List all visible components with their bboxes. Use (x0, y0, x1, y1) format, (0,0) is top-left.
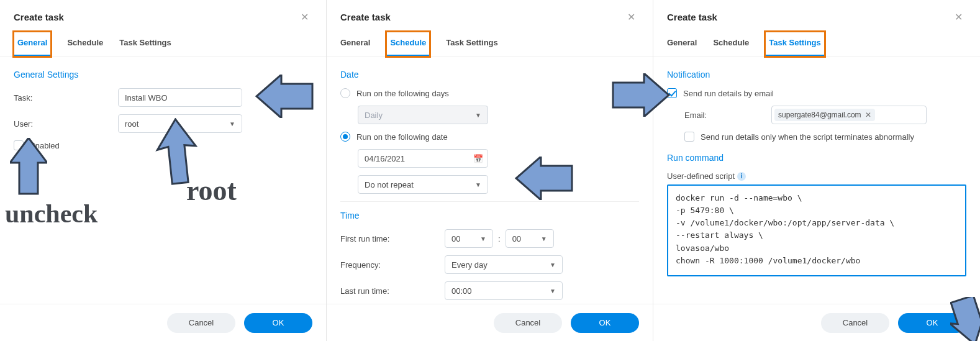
close-icon[interactable]: ✕ (297, 9, 312, 25)
dialog-task-settings: Create task ✕ General Schedule Task Sett… (653, 0, 980, 341)
task-label: Task: (14, 93, 118, 102)
ok-button[interactable]: OK (244, 313, 312, 333)
first-run-hour-select[interactable]: 00▼ (445, 229, 493, 248)
user-label: User: (14, 119, 118, 129)
first-run-label: First run time: (340, 234, 445, 243)
section-run-command: Run command (667, 153, 966, 163)
close-icon[interactable]: ✕ (624, 9, 639, 25)
tab-settings[interactable]: Task Settings (446, 32, 498, 57)
last-run-select[interactable]: 00:00 ▼ (445, 281, 563, 300)
user-select[interactable]: root ▼ (118, 114, 242, 133)
days-select: Daily ▼ (358, 106, 488, 124)
ok-button[interactable]: OK (571, 313, 639, 333)
first-run-min-select[interactable]: 00▼ (506, 229, 554, 248)
last-run-label: Last run time: (340, 286, 445, 296)
frequency-select[interactable]: Every day ▼ (445, 255, 563, 274)
tab-schedule[interactable]: Schedule (713, 32, 749, 57)
cancel-button[interactable]: Cancel (167, 313, 235, 333)
script-textarea[interactable]: docker run -d --name=wbo \ -p 5479:80 \ … (667, 184, 966, 276)
abnormal-only-checkbox[interactable] (684, 132, 694, 142)
close-icon[interactable]: ✕ (951, 9, 966, 25)
run-days-radio[interactable] (340, 88, 350, 98)
chevron-down-icon: ▼ (541, 235, 547, 242)
chevron-down-icon: ▼ (550, 288, 556, 294)
script-label: User-defined script (667, 171, 735, 181)
ok-button[interactable]: OK (898, 313, 966, 333)
email-input[interactable]: supergate84@gmail.com ✕ (771, 106, 927, 124)
enabled-label: Enabled (30, 141, 60, 150)
cancel-button[interactable]: Cancel (494, 313, 562, 333)
send-email-checkbox[interactable] (667, 88, 677, 98)
dialog-title: Create task (340, 12, 391, 22)
email-chip: supergate84@gmail.com ✕ (774, 109, 875, 121)
dialog-title: Create task (14, 12, 64, 22)
tab-general[interactable]: General (667, 32, 697, 57)
enabled-checkbox[interactable] (14, 140, 24, 150)
run-date-radio[interactable] (340, 132, 350, 142)
section-notification: Notification (667, 70, 966, 80)
section-time: Time (340, 211, 639, 221)
email-label: Email: (684, 111, 771, 120)
dialog-general: Create task ✕ General Schedule Task Sett… (0, 0, 327, 341)
section-date: Date (340, 70, 639, 80)
cancel-button[interactable]: Cancel (821, 313, 889, 333)
abnormal-only-label: Send run details only when the script te… (701, 132, 914, 142)
task-input[interactable]: Install WBO (118, 88, 242, 107)
run-days-label: Run on the following days (356, 89, 449, 98)
section-general-settings: General Settings (14, 70, 312, 80)
chevron-down-icon: ▼ (475, 181, 481, 188)
info-icon[interactable]: i (737, 172, 746, 181)
tab-settings[interactable]: Task Settings (765, 32, 825, 57)
chevron-down-icon: ▼ (229, 120, 235, 127)
tab-schedule[interactable]: Schedule (386, 32, 430, 57)
date-input[interactable]: 04/16/2021 📅 (358, 149, 488, 168)
tab-schedule[interactable]: Schedule (67, 32, 103, 57)
chevron-down-icon: ▼ (550, 261, 556, 268)
run-date-label: Run on the following date (356, 132, 448, 142)
calendar-icon[interactable]: 📅 (473, 154, 483, 163)
tab-general[interactable]: General (340, 32, 370, 57)
repeat-select[interactable]: Do not repeat ▼ (358, 175, 488, 194)
tab-general[interactable]: General (14, 32, 51, 57)
tab-settings[interactable]: Task Settings (119, 32, 171, 57)
remove-chip-icon[interactable]: ✕ (865, 111, 871, 119)
chevron-down-icon: ▼ (475, 112, 481, 119)
frequency-label: Frequency: (340, 260, 445, 270)
send-email-label: Send run details by email (683, 89, 774, 98)
chevron-down-icon: ▼ (480, 235, 486, 242)
dialog-schedule: Create task ✕ General Schedule Task Sett… (327, 0, 653, 341)
dialog-title: Create task (667, 12, 717, 22)
